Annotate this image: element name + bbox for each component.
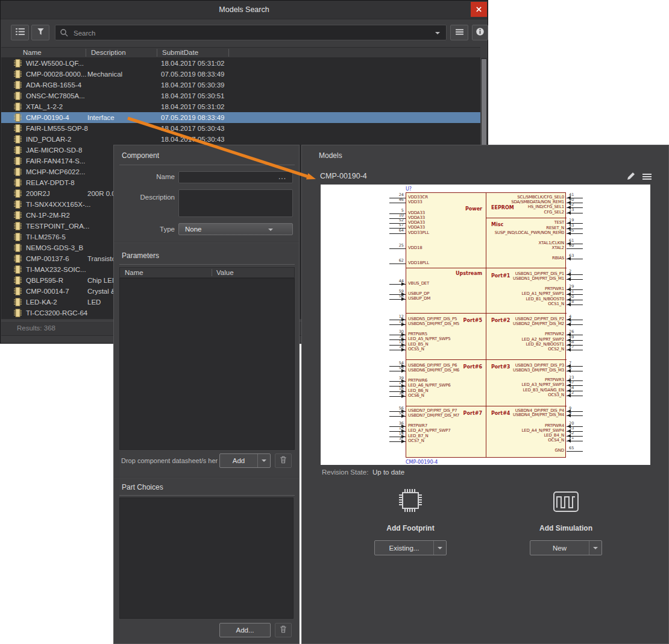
pin-number: 33 bbox=[569, 426, 587, 431]
column-divider[interactable] bbox=[157, 49, 157, 57]
pin-number: 25 bbox=[383, 243, 404, 248]
column-header-submitdate[interactable]: SubmitDate bbox=[162, 49, 198, 56]
pin-number: 44 bbox=[383, 279, 404, 283]
add-simulation-button-label: New bbox=[530, 545, 589, 552]
row-name: QBLP595-R bbox=[26, 275, 63, 286]
desktop: Models Search bbox=[0, 0, 669, 644]
pin-name: LED_A6_N/PRT_SWP6 bbox=[408, 383, 451, 388]
schematic-symbol-preview[interactable]: U?CMP-00190-4PowerEEPROMMiscUpstreamPort… bbox=[321, 185, 650, 465]
pin-arrow-icon bbox=[401, 369, 405, 373]
search-dropdown-icon[interactable] bbox=[435, 32, 440, 34]
pin-line bbox=[567, 248, 583, 249]
info-icon bbox=[476, 27, 485, 39]
chevron-down-icon[interactable] bbox=[434, 547, 446, 549]
name-field[interactable]: ... bbox=[178, 171, 293, 183]
column-divider[interactable] bbox=[86, 49, 86, 57]
delete-part-choice-button[interactable] bbox=[275, 623, 292, 637]
pin-name: TEST bbox=[483, 220, 564, 226]
pin-name: LED_A7_N/PRT_SWP7 bbox=[408, 428, 451, 434]
browse-dots-icon[interactable]: ... bbox=[278, 172, 286, 181]
info-button[interactable] bbox=[472, 25, 488, 40]
pin-number: 50 bbox=[569, 294, 587, 299]
chevron-down-icon[interactable] bbox=[589, 547, 601, 549]
delete-datasheet-button[interactable] bbox=[275, 453, 292, 468]
window-titlebar[interactable]: Models Search bbox=[1, 1, 488, 19]
model-name: CMP-00190-4 bbox=[320, 172, 367, 180]
type-dropdown[interactable]: None bbox=[178, 223, 293, 235]
list-view-button[interactable] bbox=[11, 25, 29, 40]
chevron-down-icon bbox=[268, 229, 273, 231]
pin-number: 59 bbox=[383, 289, 404, 294]
table-row[interactable]: CMP-00028-0000...Mechanical07.05.2019 08… bbox=[1, 69, 480, 80]
search-input[interactable] bbox=[72, 26, 424, 40]
pin-number: 6 bbox=[569, 365, 587, 370]
pin-group-label: Upstream bbox=[405, 271, 482, 276]
pin-number: 18 bbox=[383, 339, 404, 344]
pin-number: 17 bbox=[383, 380, 404, 385]
row-date: 18.04.2017 05:30:43 bbox=[161, 123, 225, 134]
search-box[interactable] bbox=[55, 25, 447, 40]
row-description: Crystal & bbox=[87, 286, 116, 297]
pin-number: 19 bbox=[569, 218, 587, 223]
pin-number: 2 bbox=[569, 269, 587, 274]
divider bbox=[119, 165, 295, 165]
pin-number: 57 bbox=[383, 223, 404, 227]
component-panel-title: Component bbox=[122, 151, 159, 160]
pin-name: VDD18 bbox=[408, 245, 422, 251]
pin-number: 45 bbox=[569, 228, 587, 233]
add-part-choice-button[interactable]: Add... bbox=[219, 623, 271, 637]
menu-button[interactable] bbox=[450, 25, 468, 40]
edit-pencil-icon[interactable] bbox=[626, 171, 636, 183]
description-field[interactable] bbox=[178, 189, 293, 217]
close-button[interactable] bbox=[471, 2, 487, 17]
chevron-down-icon[interactable] bbox=[258, 459, 270, 462]
pin-arrow-icon bbox=[401, 297, 405, 301]
filter-button[interactable] bbox=[31, 25, 49, 40]
add-footprint-button[interactable]: Existing... bbox=[374, 540, 447, 555]
pin-number: 14 bbox=[383, 431, 404, 436]
column-divider[interactable] bbox=[228, 49, 229, 57]
table-header[interactable]: Name Description SubmitDate bbox=[1, 47, 480, 58]
row-description: Chip LED bbox=[87, 275, 117, 286]
divider bbox=[119, 264, 295, 265]
pin-number: 32 bbox=[569, 431, 587, 435]
parameters-list[interactable] bbox=[119, 278, 295, 450]
table-row[interactable]: WIZ-W5500-LQF...18.04.2017 05:31:02 bbox=[1, 58, 480, 69]
parameters-header[interactable]: Name Value bbox=[119, 267, 295, 278]
pin-arrow-icon bbox=[567, 394, 571, 397]
pin-number: 54 bbox=[383, 361, 404, 365]
divider bbox=[119, 495, 295, 496]
param-column-name[interactable]: Name bbox=[125, 269, 143, 276]
symbol-divider bbox=[406, 268, 567, 268]
table-row[interactable]: ONSC-MC7805A...18.04.2017 05:30:51 bbox=[1, 90, 480, 101]
table-row[interactable]: FAIR-LM555-SOP-818.04.2017 05:30:43 bbox=[1, 123, 480, 134]
pin-number: 51 bbox=[569, 289, 587, 294]
column-header-name[interactable]: Name bbox=[23, 49, 42, 56]
row-date: 18.04.2017 05:30:51 bbox=[161, 90, 225, 101]
column-header-description[interactable]: Description bbox=[91, 49, 126, 56]
table-row[interactable]: IND_POLAR-218.04.2017 05:30:43 bbox=[1, 134, 480, 145]
add-datasheet-button[interactable]: Add bbox=[219, 453, 271, 468]
pin-name: OCS2_N bbox=[483, 347, 564, 352]
pin-name: OCS1_N bbox=[483, 301, 564, 307]
revision-state-label: Revision State: bbox=[322, 469, 368, 476]
pin-arrow-icon bbox=[567, 439, 571, 443]
column-divider[interactable] bbox=[212, 269, 212, 276]
pin-number: 55 bbox=[383, 411, 404, 415]
pin-number: 37 bbox=[383, 436, 404, 441]
row-name: TI-CC3200-RGC-64 bbox=[26, 308, 87, 318]
pin-number: 22 bbox=[569, 390, 587, 395]
row-name: RELAY-DPDT-8 bbox=[26, 177, 75, 188]
part-choices-list[interactable] bbox=[119, 497, 294, 619]
pin-name: USBUP_DM bbox=[408, 296, 430, 301]
pin-number: 47 bbox=[569, 380, 587, 385]
table-row[interactable]: XTAL_1-2-218.04.2017 05:31:02 bbox=[1, 101, 480, 112]
add-simulation-label: Add Simulation bbox=[518, 524, 614, 532]
revision-state-value: Up to date bbox=[372, 469, 404, 476]
model-menu-icon[interactable] bbox=[642, 172, 652, 183]
table-row[interactable]: ADA-RGB-1655-418.04.2017 05:30:39 bbox=[1, 80, 480, 90]
table-row[interactable]: CMP-00190-4Interface07.05.2019 08:33:49 bbox=[1, 112, 480, 123]
row-name: TI-SNX4XXX165X-... bbox=[26, 199, 90, 210]
add-simulation-button[interactable]: New bbox=[530, 540, 602, 555]
param-column-value[interactable]: Value bbox=[216, 269, 234, 276]
